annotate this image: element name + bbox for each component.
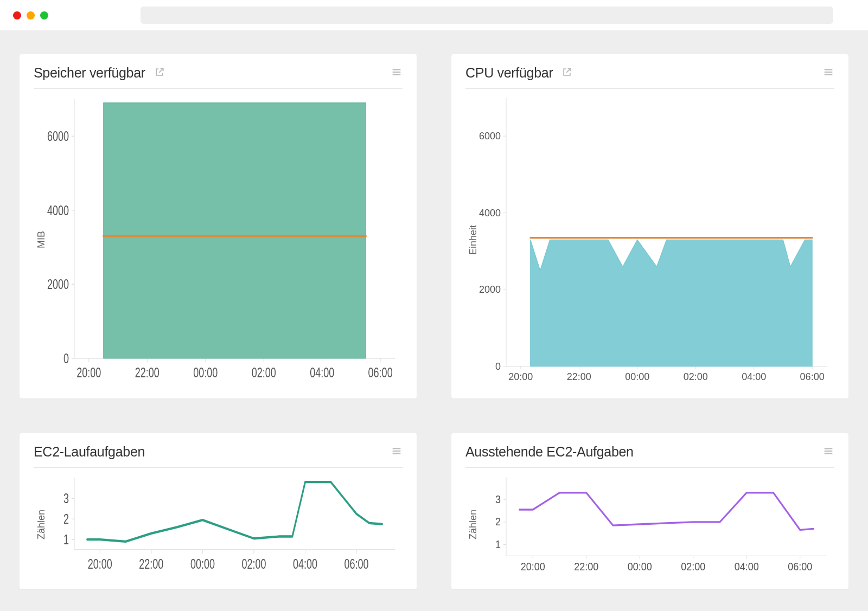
y-axis-label: Einheit [465, 225, 479, 255]
svg-text:06:00: 06:00 [788, 561, 812, 573]
panel-header: Speicher verfügbar [34, 65, 403, 89]
url-bar[interactable] [141, 7, 833, 24]
maximize-window-button[interactable] [40, 11, 48, 20]
svg-text:06:00: 06:00 [800, 370, 825, 382]
external-link-icon[interactable] [154, 67, 165, 80]
chart-area: MIB 020004000600020:0022:0000:0002:0004:… [34, 94, 403, 385]
svg-text:20:00: 20:00 [76, 364, 101, 381]
svg-text:02:00: 02:00 [241, 556, 266, 571]
chart-area: Zählen 12320:0022:0000:0002:0004:0006:00 [34, 473, 403, 576]
y-axis-label: Zählen [465, 510, 479, 539]
y-axis-label: MIB [34, 231, 47, 248]
chart-area: Einheit 020004000600020:0022:0000:0002:0… [465, 94, 834, 385]
svg-text:2000: 2000 [47, 276, 69, 292]
svg-text:02:00: 02:00 [681, 561, 705, 573]
hamburger-menu-icon[interactable] [822, 66, 834, 80]
panel-grid: Speicher verfügbar MIB 020004000600020:0… [20, 54, 848, 589]
svg-text:04:00: 04:00 [742, 370, 766, 382]
panel-title: EC2-Laufaufgaben [34, 444, 145, 460]
panel-header: EC2-Laufaufgaben [34, 444, 403, 468]
svg-text:6000: 6000 [47, 127, 69, 144]
chart-ec2-running: 12320:0022:0000:0002:0004:0006:00 [47, 473, 403, 576]
svg-text:02:00: 02:00 [684, 370, 708, 382]
panel-title: CPU verfügbar [465, 65, 553, 81]
chart-memory: 020004000600020:0022:0000:0002:0004:0006… [47, 94, 403, 385]
window-controls [13, 11, 48, 20]
svg-text:04:00: 04:00 [310, 364, 334, 381]
panel-cpu-available: CPU verfügbar Einheit 020004000600020:00… [451, 54, 848, 398]
svg-text:06:00: 06:00 [344, 556, 369, 571]
svg-text:3: 3 [63, 491, 69, 506]
hamburger-menu-icon[interactable] [391, 66, 403, 80]
svg-text:22:00: 22:00 [135, 364, 159, 381]
svg-text:06:00: 06:00 [368, 364, 393, 381]
svg-text:00:00: 00:00 [190, 556, 215, 571]
dashboard: Speicher verfügbar MIB 020004000600020:0… [0, 30, 868, 611]
svg-text:02:00: 02:00 [252, 364, 276, 381]
svg-text:2: 2 [495, 516, 501, 528]
svg-text:4000: 4000 [47, 202, 69, 218]
hamburger-menu-icon[interactable] [822, 445, 834, 459]
svg-text:22:00: 22:00 [139, 556, 163, 571]
svg-text:00:00: 00:00 [625, 370, 649, 382]
panel-memory-available: Speicher verfügbar MIB 020004000600020:0… [20, 54, 417, 398]
browser-bar [0, 0, 868, 30]
svg-text:20:00: 20:00 [508, 370, 533, 382]
svg-text:1: 1 [495, 538, 501, 550]
minimize-window-button[interactable] [27, 11, 35, 20]
svg-text:2: 2 [63, 511, 69, 527]
svg-text:1: 1 [63, 532, 69, 548]
svg-text:22:00: 22:00 [574, 561, 598, 573]
svg-text:00:00: 00:00 [628, 561, 652, 573]
close-window-button[interactable] [13, 11, 21, 20]
svg-text:6000: 6000 [479, 130, 501, 142]
panel-header: CPU verfügbar [465, 65, 834, 89]
svg-text:22:00: 22:00 [567, 370, 591, 382]
external-link-icon[interactable] [561, 67, 572, 80]
chart-cpu: 020004000600020:0022:0000:0002:0004:0006… [479, 94, 834, 385]
y-axis-label: Zählen [34, 510, 47, 539]
chart-area: Zählen 12320:0022:0000:0002:0004:0006:00 [465, 473, 834, 576]
panel-title: Ausstehende EC2-Aufgaben [465, 444, 634, 460]
hamburger-menu-icon[interactable] [391, 445, 403, 459]
svg-text:3: 3 [495, 493, 501, 505]
svg-text:04:00: 04:00 [735, 561, 759, 573]
panel-ec2-pending: Ausstehende EC2-Aufgaben Zählen 12320:00… [451, 433, 848, 589]
svg-text:04:00: 04:00 [293, 556, 317, 571]
panel-title: Speicher verfügbar [34, 65, 145, 81]
svg-text:0: 0 [63, 350, 69, 366]
svg-text:20:00: 20:00 [88, 556, 112, 571]
panel-header: Ausstehende EC2-Aufgaben [465, 444, 834, 468]
chart-ec2-pending: 12320:0022:0000:0002:0004:0006:00 [479, 473, 834, 576]
svg-text:4000: 4000 [479, 207, 501, 218]
panel-ec2-running: EC2-Laufaufgaben Zählen 12320:0022:0000:… [20, 433, 417, 589]
svg-text:0: 0 [495, 361, 501, 372]
svg-text:2000: 2000 [479, 284, 501, 295]
svg-text:00:00: 00:00 [193, 364, 218, 381]
svg-text:20:00: 20:00 [521, 561, 545, 573]
